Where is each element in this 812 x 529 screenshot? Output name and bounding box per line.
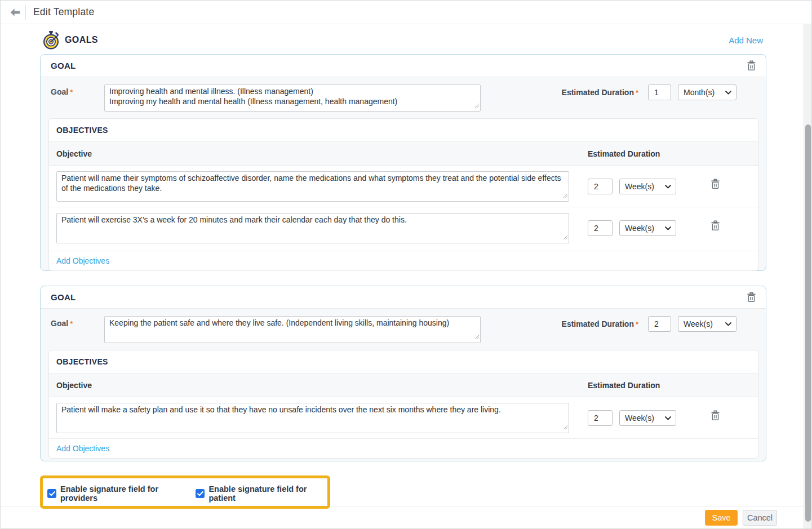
objective-duration-group: Week(s) bbox=[588, 171, 676, 194]
objective-column-header: Objective bbox=[49, 149, 92, 158]
goals-target-icon bbox=[42, 30, 60, 50]
trash-icon bbox=[711, 179, 720, 189]
add-objectives-link[interactable]: Add Objectives bbox=[56, 444, 109, 453]
add-objectives-link[interactable]: Add Objectives bbox=[56, 256, 109, 265]
provider-signature-option[interactable]: Enable signature field for providers bbox=[47, 484, 184, 503]
delete-objective-button[interactable] bbox=[711, 171, 720, 189]
goal-card-title: GOAL bbox=[51, 292, 76, 302]
goal-field-label: Goal* bbox=[51, 319, 73, 328]
page-title: Edit Template bbox=[33, 6, 94, 18]
objective-text-input[interactable]: Patient will exercise 3X's a week for 20… bbox=[56, 213, 569, 243]
goals-section-header: GOALS Add New bbox=[40, 29, 763, 51]
estimated-duration-label: Estimated Duration* bbox=[562, 319, 638, 328]
objective-row: Patient will name their symptoms of schi… bbox=[49, 166, 758, 207]
objectives-panel: OBJECTIVES Objective Estimated Duration … bbox=[48, 118, 758, 271]
patient-signature-checkbox[interactable] bbox=[196, 489, 205, 498]
objective-text-input[interactable]: Patient will make a safety plan and use … bbox=[56, 403, 569, 433]
required-asterisk: * bbox=[636, 320, 638, 328]
add-objectives-row: Add Objectives bbox=[49, 439, 758, 458]
signature-options-highlight: Enable signature field for providers Ena… bbox=[40, 475, 330, 509]
objective-duration-input[interactable] bbox=[588, 220, 613, 236]
goal-card-header: GOAL bbox=[41, 55, 766, 77]
objective-row: Patient will exercise 3X's a week for 20… bbox=[49, 207, 758, 251]
chevron-down-icon bbox=[725, 91, 731, 95]
objective-duration-group: Week(s) bbox=[588, 213, 676, 236]
check-icon bbox=[49, 491, 55, 496]
duration-column-header: Estimated Duration bbox=[588, 381, 660, 390]
goal-card-header: GOAL bbox=[41, 286, 766, 309]
required-asterisk: * bbox=[70, 88, 73, 96]
check-icon bbox=[197, 491, 203, 496]
goal-field-label: Goal* bbox=[51, 87, 73, 96]
objective-column-header: Objective bbox=[49, 381, 92, 390]
objective-text-input[interactable]: Patient will name their symptoms of schi… bbox=[56, 171, 569, 202]
goal-text-input[interactable]: Improving health and mental illness. (Il… bbox=[104, 85, 481, 112]
objective-duration-unit-select[interactable]: Week(s) bbox=[619, 179, 676, 194]
estimated-duration-label: Estimated Duration* bbox=[562, 88, 638, 97]
chevron-down-icon bbox=[665, 416, 671, 420]
add-new-link[interactable]: Add New bbox=[729, 35, 763, 45]
duration-column-header: Estimated Duration bbox=[588, 149, 660, 158]
back-button[interactable] bbox=[8, 5, 23, 20]
vertical-scrollbar[interactable] bbox=[804, 24, 811, 528]
goal-duration-unit-select[interactable]: Month(s) bbox=[678, 85, 736, 100]
objective-duration-unit-select[interactable]: Week(s) bbox=[619, 220, 676, 236]
objective-duration-unit-select[interactable]: Week(s) bbox=[619, 410, 676, 426]
objectives-column-headers: Objective Estimated Duration bbox=[49, 374, 758, 397]
chevron-down-icon bbox=[725, 322, 731, 326]
objective-row: Patient will make a safety plan and use … bbox=[49, 397, 758, 439]
patient-signature-option[interactable]: Enable signature field for patient bbox=[196, 484, 323, 503]
goal-card: GOAL Goal* Improving health and mental i… bbox=[40, 54, 766, 271]
goal-duration-input[interactable] bbox=[648, 85, 671, 100]
goal-duration-group: Estimated Duration* Month(s) bbox=[562, 85, 736, 100]
trash-icon bbox=[711, 410, 720, 421]
goal-card-title: GOAL bbox=[51, 61, 76, 70]
delete-goal-button[interactable] bbox=[747, 292, 756, 303]
back-arrow-icon bbox=[10, 8, 21, 17]
trash-icon bbox=[747, 60, 756, 71]
trash-icon bbox=[711, 220, 720, 231]
add-objectives-row: Add Objectives bbox=[49, 251, 758, 270]
save-button[interactable]: Save bbox=[705, 510, 738, 526]
objective-duration-input[interactable] bbox=[588, 410, 613, 426]
objectives-panel: OBJECTIVES Objective Estimated Duration … bbox=[48, 350, 758, 459]
objectives-title: OBJECTIVES bbox=[49, 119, 758, 142]
chevron-down-icon bbox=[665, 226, 671, 230]
goal-text-input[interactable]: Keeping the patient safe and where they … bbox=[104, 316, 481, 343]
cancel-button[interactable]: Cancel bbox=[743, 510, 777, 526]
required-asterisk: * bbox=[70, 319, 73, 328]
provider-signature-label: Enable signature field for providers bbox=[60, 484, 184, 503]
goal-duration-group: Estimated Duration* Week(s) bbox=[562, 316, 736, 332]
goal-duration-input[interactable] bbox=[648, 316, 671, 332]
goal-card: GOAL Goal* Keeping the patient safe and … bbox=[40, 286, 766, 461]
objectives-title: OBJECTIVES bbox=[49, 350, 758, 374]
delete-goal-button[interactable] bbox=[747, 60, 756, 71]
required-asterisk: * bbox=[636, 88, 638, 97]
provider-signature-checkbox[interactable] bbox=[47, 489, 56, 498]
patient-signature-label: Enable signature field for patient bbox=[208, 484, 323, 503]
goal-duration-unit-select[interactable]: Week(s) bbox=[678, 316, 736, 332]
goals-section-title: GOALS bbox=[65, 35, 98, 45]
divider bbox=[25, 5, 26, 20]
chevron-down-icon bbox=[665, 185, 671, 189]
trash-icon bbox=[747, 292, 756, 303]
delete-objective-button[interactable] bbox=[711, 213, 720, 231]
objective-duration-input[interactable] bbox=[588, 179, 613, 194]
delete-objective-button[interactable] bbox=[711, 403, 720, 421]
top-bar: Edit Template bbox=[1, 1, 811, 24]
objectives-column-headers: Objective Estimated Duration bbox=[49, 142, 758, 166]
scrollbar-thumb[interactable] bbox=[805, 125, 811, 522]
objective-duration-group: Week(s) bbox=[588, 403, 676, 426]
